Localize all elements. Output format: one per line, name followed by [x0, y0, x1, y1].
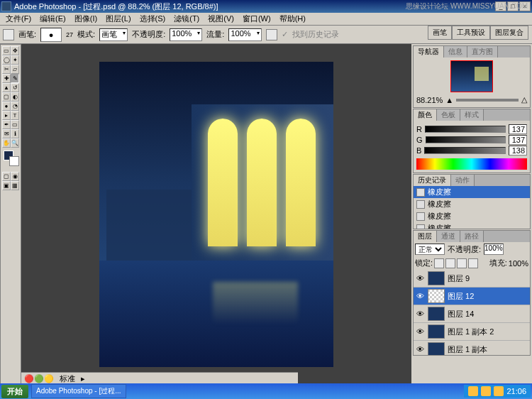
tab-layers[interactable]: 图层 — [414, 231, 437, 242]
stamp-tool[interactable]: ▲ — [2, 83, 11, 92]
tray-icon[interactable] — [468, 386, 478, 396]
tab-histogram[interactable]: 直方图 — [467, 46, 498, 58]
visibility-icon[interactable]: 👁 — [415, 327, 425, 336]
start-button[interactable]: 开始 — [1, 385, 28, 398]
document-canvas[interactable] — [99, 62, 333, 367]
b-value[interactable]: 138 — [509, 146, 527, 155]
zoom-out-icon[interactable]: ▲ — [445, 96, 453, 104]
menu-layer[interactable]: 图层(L) — [101, 12, 135, 26]
tray-icon[interactable] — [494, 386, 504, 396]
opacity-select[interactable]: 100% — [170, 28, 202, 41]
clock[interactable]: 21:06 — [506, 387, 526, 395]
quickmask-off[interactable]: ▢ — [2, 172, 11, 181]
layer-item[interactable]: 👁图层 9 — [414, 270, 530, 288]
tab-actions[interactable]: 动作 — [451, 175, 475, 186]
mode-select[interactable]: 画笔 — [99, 28, 128, 41]
visibility-icon[interactable]: 👁 — [415, 292, 425, 300]
r-slider[interactable] — [425, 126, 506, 133]
menu-help[interactable]: 帮助(H) — [275, 12, 310, 26]
marquee-tool[interactable]: ▭ — [2, 46, 11, 55]
gradient-tool[interactable]: ◐ — [11, 92, 19, 102]
wand-tool[interactable]: ✦ — [11, 55, 19, 65]
eyedropper-tool[interactable]: ℹ — [11, 129, 19, 138]
layer-thumbnail[interactable] — [428, 307, 445, 321]
lock-pixels-icon[interactable] — [445, 258, 455, 268]
navigator-thumbnail[interactable] — [450, 60, 493, 92]
menu-file[interactable]: 文件(F) — [1, 12, 35, 26]
tab-navigator[interactable]: 导航器 — [414, 46, 444, 58]
blur-tool[interactable]: ● — [2, 102, 11, 111]
pw-comps[interactable]: 图层复合 — [490, 26, 528, 40]
move-tool[interactable]: ✥ — [11, 46, 19, 55]
nav-zoom-slider[interactable] — [456, 99, 519, 102]
brush-preview[interactable]: ● — [40, 28, 62, 42]
layer-opacity-value[interactable]: 100% — [484, 244, 504, 255]
history-item[interactable]: 橡皮擦 — [414, 222, 530, 229]
dodge-tool[interactable]: ◔ — [11, 102, 19, 111]
type-tool[interactable]: T — [11, 111, 19, 120]
brush-tool[interactable]: ✎ — [11, 74, 19, 83]
fill-value[interactable]: 100% — [509, 259, 528, 268]
layer-item[interactable]: 👁图层 1 副本 — [414, 341, 530, 355]
spectrum-picker[interactable] — [416, 158, 527, 170]
tab-info[interactable]: 信息 — [444, 46, 467, 58]
pen-tool[interactable]: ✒ — [2, 120, 11, 129]
tab-styles[interactable]: 样式 — [460, 109, 484, 121]
layer-item[interactable]: 👁图层 1 副本 2 — [414, 323, 530, 341]
tray-icon[interactable] — [481, 386, 491, 396]
history-brush-tool[interactable]: ↺ — [11, 83, 19, 92]
zoom-tool[interactable]: 🔍 — [11, 138, 19, 148]
menu-view[interactable]: 视图(V) — [204, 12, 238, 26]
lock-position-icon[interactable] — [457, 258, 467, 268]
quickmask-on[interactable]: ◉ — [11, 172, 19, 181]
blend-mode-select[interactable]: 正常 — [415, 244, 445, 255]
layer-item[interactable]: 👁图层 14 — [414, 305, 530, 323]
lock-transparency-icon[interactable] — [434, 258, 444, 268]
visibility-icon[interactable]: 👁 — [415, 274, 425, 283]
flow-select[interactable]: 100% — [228, 28, 261, 41]
g-slider[interactable] — [426, 136, 506, 143]
crop-tool[interactable]: ✂ — [2, 65, 11, 74]
tab-history[interactable]: 历史记录 — [414, 175, 451, 186]
visibility-icon[interactable]: 👁 — [415, 310, 425, 318]
color-swatches[interactable] — [2, 151, 19, 168]
layer-thumbnail[interactable] — [428, 289, 445, 303]
menu-edit[interactable]: 编辑(E) — [35, 12, 70, 26]
tab-color[interactable]: 颜色 — [414, 109, 437, 121]
history-item[interactable]: 橡皮擦 — [414, 198, 530, 210]
history-item[interactable]: 橡皮擦 — [414, 210, 530, 222]
layer-thumbnail[interactable] — [428, 271, 445, 285]
eraser-tool[interactable]: ▢ — [2, 92, 11, 102]
airbrush-icon[interactable] — [266, 29, 277, 40]
tab-paths[interactable]: 路径 — [460, 231, 484, 242]
pw-brushes[interactable]: 画笔 — [428, 26, 452, 40]
layer-thumbnail[interactable] — [428, 342, 445, 355]
visibility-icon[interactable]: 👁 — [415, 345, 425, 354]
layer-thumbnail[interactable] — [428, 324, 445, 339]
zoom-in-icon[interactable]: △ — [521, 95, 527, 104]
screen-full[interactable]: ▦ — [11, 181, 19, 190]
b-slider[interactable] — [424, 147, 506, 154]
notes-tool[interactable]: ✉ — [2, 129, 11, 138]
shape-tool[interactable]: ▭ — [11, 120, 19, 129]
tab-swatches[interactable]: 色板 — [437, 109, 460, 121]
taskbar-item[interactable]: Adobe Photoshop - [过程... — [31, 384, 126, 398]
lasso-tool[interactable]: ◯ — [2, 55, 11, 65]
background-color[interactable] — [9, 156, 19, 166]
tab-channels[interactable]: 通道 — [437, 231, 460, 242]
menu-filter[interactable]: 滤镜(T) — [170, 12, 204, 26]
layer-item[interactable]: 👁图层 12 — [414, 288, 530, 305]
history-item[interactable]: 橡皮擦 — [414, 186, 530, 198]
r-value[interactable]: 137 — [509, 124, 527, 134]
path-tool[interactable]: ▸ — [2, 111, 11, 120]
tool-preset-icon[interactable] — [3, 29, 14, 40]
menu-window[interactable]: 窗口(W) — [238, 12, 275, 26]
hand-tool[interactable]: ✋ — [2, 138, 11, 148]
slice-tool[interactable]: ▱ — [11, 65, 19, 74]
heal-tool[interactable]: ✚ — [2, 74, 11, 83]
screen-standard[interactable]: ▣ — [2, 181, 11, 190]
lock-all-icon[interactable] — [468, 258, 478, 268]
canvas-area[interactable]: 🔴🟢🟡 标准 ▸ — [21, 44, 411, 385]
menu-select[interactable]: 选择(S) — [135, 12, 170, 26]
pw-presets[interactable]: 工具预设 — [452, 26, 490, 40]
